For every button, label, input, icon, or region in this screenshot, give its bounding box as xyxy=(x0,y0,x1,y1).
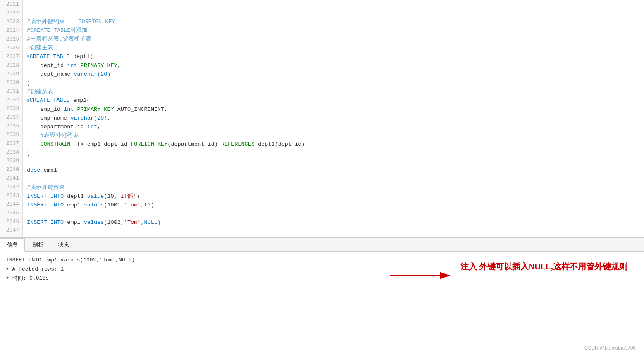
code-line-2026: #创建主表 xyxy=(27,43,644,52)
ln-2034: 2034 xyxy=(3,113,19,122)
ln-2032: 2032 xyxy=(3,96,19,104)
ln-2027: 2027 xyxy=(3,52,19,61)
editor-area: 2021 2022 2023 2024 2025 2026 2027 2028 … xyxy=(0,0,644,238)
arrow-svg xyxy=(390,263,456,288)
annotation-text: 注入 外键可以插入NULL,这样不用管外键规则 xyxy=(460,262,627,271)
ln-2041: 2041 xyxy=(3,174,19,182)
tab-analyze[interactable]: 剖析 xyxy=(26,238,50,251)
ln-2022: 2022 xyxy=(3,9,19,17)
code-line-2039 xyxy=(27,157,644,166)
ln-2031: 2031 xyxy=(3,87,19,96)
watermark: CSDN @biubiubiu0706 xyxy=(584,345,636,351)
code-container: 2021 2022 2023 2024 2025 2026 2027 2028 … xyxy=(0,0,644,237)
ln-2037: 2037 xyxy=(3,139,19,148)
ln-2026: 2026 xyxy=(3,43,19,52)
code-line-2036: #表级外键约束 xyxy=(27,131,644,140)
code-line-2028: dept_id int PRIMARY KEY, xyxy=(27,61,644,70)
code-line-2022 xyxy=(27,9,644,17)
code-line-2043: INSERT INTO dept1 value(10,'IT部') xyxy=(27,192,644,201)
code-line-2038: ) xyxy=(27,149,644,157)
code-line-2033: emp_id int PRIMARY KEY AUTO_INCREMENT, xyxy=(27,105,644,114)
ln-2036: 2036 xyxy=(3,130,19,139)
code-line-2030: ) xyxy=(27,79,644,87)
code-line-2037: CONSTRAINT fk_emp1_dept_id FOREIGN KEY(d… xyxy=(27,140,644,149)
tab-bar: 信息 剖析 状态 xyxy=(0,238,644,252)
code-line-2041 xyxy=(27,175,644,183)
code-line-2040: desc emp1 xyxy=(27,166,644,175)
code-line-2045 xyxy=(27,209,644,218)
code-line-2024: #CREATE TABLE时添加 xyxy=(27,26,644,35)
code-line-2021 xyxy=(27,0,644,9)
annotation-container: 注入 外键可以插入NULL,这样不用管外键规则 xyxy=(460,261,627,272)
code-lines: #演示外键约束 FOREIGN KEY #CREATE TABLE时添加 #主表… xyxy=(23,0,644,237)
ln-2040: 2040 xyxy=(3,165,19,174)
code-line-2032: ⊟CREATE TABLE emp1( xyxy=(27,96,644,105)
output-line-3: > 时间: 0.018s xyxy=(6,274,638,283)
ln-2024: 2024 xyxy=(3,26,19,35)
code-line-2035: department_id int, xyxy=(27,122,644,131)
ln-2021: 2021 xyxy=(3,0,19,9)
ln-2044: 2044 xyxy=(3,200,19,209)
ln-2039: 2039 xyxy=(3,156,19,165)
tab-info[interactable]: 信息 xyxy=(0,238,25,252)
ln-2046: 2046 xyxy=(3,217,19,226)
ln-2030: 2030 xyxy=(3,78,19,87)
code-line-2044: INSERT INTO emp1 values(1001,'Tom',10) xyxy=(27,201,644,209)
ln-2038: 2038 xyxy=(3,148,19,156)
code-line-2047 xyxy=(27,227,644,235)
ln-2045: 2045 xyxy=(3,209,19,217)
ln-2047: 2047 xyxy=(3,226,19,235)
code-line-2023: #演示外键约束 FOREIGN KEY xyxy=(27,17,644,26)
ln-2029: 2029 xyxy=(3,70,19,78)
bottom-panel: 信息 剖析 状态 INSERT INTO emp1 values(1002,'T… xyxy=(0,238,644,355)
ln-2028: 2028 xyxy=(3,61,19,70)
code-line-2027: ⊟CREATE TABLE dept1( xyxy=(27,52,644,61)
code-line-2046: INSERT INTO emp1 values(1002,'Tom',NULL) xyxy=(27,218,644,227)
ln-2035: 2035 xyxy=(3,122,19,130)
tab-status[interactable]: 状态 xyxy=(51,238,76,251)
ln-2043: 2043 xyxy=(3,191,19,200)
code-line-2025: #主表和从表,父表和子表 xyxy=(27,35,644,43)
code-line-2034: emp_name varchar(20), xyxy=(27,114,644,122)
ln-2033: 2033 xyxy=(3,104,19,113)
line-numbers: 2021 2022 2023 2024 2025 2026 2027 2028 … xyxy=(0,0,23,237)
ln-2025: 2025 xyxy=(3,35,19,43)
ln-2023: 2023 xyxy=(3,17,19,26)
ln-2042: 2042 xyxy=(3,182,19,191)
code-line-2029: dept_name varchar(20) xyxy=(27,70,644,79)
code-line-2042: #演示外键效果 xyxy=(27,183,644,192)
code-line-2031: #创建从表 xyxy=(27,87,644,96)
